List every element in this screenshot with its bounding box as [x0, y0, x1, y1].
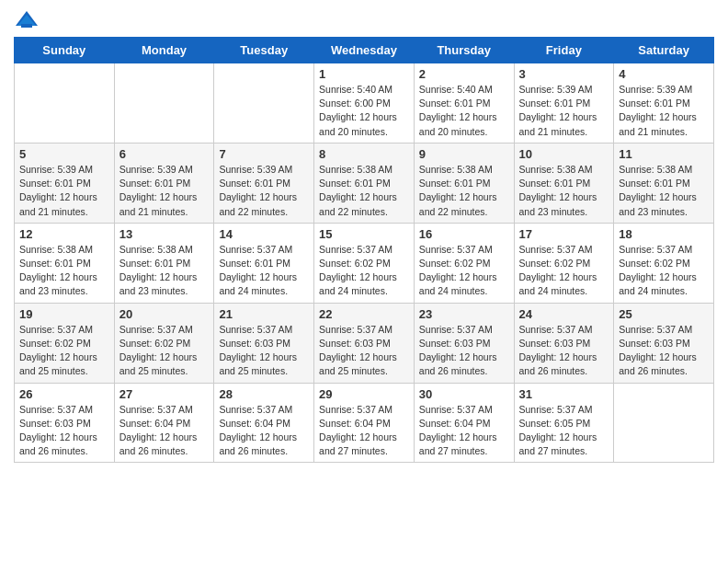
day-number: 7	[219, 147, 309, 161]
calendar-cell: 14Sunrise: 5:37 AM Sunset: 6:01 PM Dayli…	[214, 223, 314, 303]
day-info: Sunrise: 5:37 AM Sunset: 6:04 PM Dayligh…	[419, 403, 509, 459]
calendar-cell: 20Sunrise: 5:37 AM Sunset: 6:02 PM Dayli…	[114, 303, 214, 383]
day-info: Sunrise: 5:37 AM Sunset: 6:03 PM Dayligh…	[519, 323, 609, 379]
calendar-body: 1Sunrise: 5:40 AM Sunset: 6:00 PM Daylig…	[15, 63, 714, 463]
day-number: 31	[519, 387, 609, 401]
day-number: 5	[19, 147, 109, 161]
day-number: 30	[419, 387, 509, 401]
day-number: 16	[419, 227, 509, 241]
day-info: Sunrise: 5:37 AM Sunset: 6:03 PM Dayligh…	[419, 323, 509, 379]
day-number: 27	[119, 387, 210, 401]
weekday-header-friday: Friday	[514, 38, 614, 63]
day-number: 4	[619, 67, 709, 81]
day-info: Sunrise: 5:38 AM Sunset: 6:01 PM Dayligh…	[119, 243, 210, 299]
day-number: 15	[319, 227, 409, 241]
weekday-header-sunday: Sunday	[15, 38, 115, 63]
calendar-header: SundayMondayTuesdayWednesdayThursdayFrid…	[15, 38, 714, 63]
day-info: Sunrise: 5:39 AM Sunset: 6:01 PM Dayligh…	[119, 163, 210, 219]
calendar-cell: 9Sunrise: 5:38 AM Sunset: 6:01 PM Daylig…	[414, 143, 514, 223]
day-number: 1	[319, 67, 409, 81]
calendar-cell: 2Sunrise: 5:40 AM Sunset: 6:01 PM Daylig…	[414, 63, 514, 144]
weekday-header-saturday: Saturday	[614, 38, 714, 63]
day-info: Sunrise: 5:39 AM Sunset: 6:01 PM Dayligh…	[619, 83, 709, 139]
calendar-cell: 29Sunrise: 5:37 AM Sunset: 6:04 PM Dayli…	[314, 383, 415, 463]
calendar-cell: 6Sunrise: 5:39 AM Sunset: 6:01 PM Daylig…	[114, 143, 214, 223]
day-info: Sunrise: 5:37 AM Sunset: 6:02 PM Dayligh…	[19, 323, 109, 379]
day-info: Sunrise: 5:37 AM Sunset: 6:03 PM Dayligh…	[619, 323, 709, 379]
day-info: Sunrise: 5:37 AM Sunset: 6:05 PM Dayligh…	[519, 403, 609, 459]
day-number: 21	[219, 307, 309, 321]
svg-rect-2	[21, 24, 32, 28]
calendar-cell	[15, 63, 115, 144]
header	[14, 9, 714, 29]
weekday-header-monday: Monday	[114, 38, 214, 63]
calendar-cell: 17Sunrise: 5:37 AM Sunset: 6:02 PM Dayli…	[514, 223, 614, 303]
day-info: Sunrise: 5:38 AM Sunset: 6:01 PM Dayligh…	[619, 163, 709, 219]
calendar-cell: 18Sunrise: 5:37 AM Sunset: 6:02 PM Dayli…	[614, 223, 714, 303]
day-number: 10	[519, 147, 609, 161]
weekday-header-row: SundayMondayTuesdayWednesdayThursdayFrid…	[15, 38, 714, 63]
day-info: Sunrise: 5:37 AM Sunset: 6:02 PM Dayligh…	[119, 323, 210, 379]
weekday-header-tuesday: Tuesday	[214, 38, 314, 63]
calendar-cell: 23Sunrise: 5:37 AM Sunset: 6:03 PM Dayli…	[414, 303, 514, 383]
calendar-cell: 13Sunrise: 5:38 AM Sunset: 6:01 PM Dayli…	[114, 223, 214, 303]
calendar-cell	[214, 63, 314, 144]
weekday-header-wednesday: Wednesday	[314, 38, 415, 63]
day-info: Sunrise: 5:38 AM Sunset: 6:01 PM Dayligh…	[19, 243, 109, 299]
calendar-cell: 4Sunrise: 5:39 AM Sunset: 6:01 PM Daylig…	[614, 63, 714, 144]
calendar-week-row: 26Sunrise: 5:37 AM Sunset: 6:03 PM Dayli…	[15, 383, 714, 463]
day-number: 26	[19, 387, 109, 401]
calendar-cell	[614, 383, 714, 463]
day-number: 14	[219, 227, 309, 241]
calendar-table: SundayMondayTuesdayWednesdayThursdayFrid…	[14, 37, 714, 463]
day-number: 13	[119, 227, 210, 241]
calendar-cell: 12Sunrise: 5:38 AM Sunset: 6:01 PM Dayli…	[15, 223, 115, 303]
day-number: 3	[519, 67, 609, 81]
weekday-header-thursday: Thursday	[414, 38, 514, 63]
calendar-cell: 15Sunrise: 5:37 AM Sunset: 6:02 PM Dayli…	[314, 223, 415, 303]
day-info: Sunrise: 5:37 AM Sunset: 6:02 PM Dayligh…	[619, 243, 709, 299]
day-info: Sunrise: 5:37 AM Sunset: 6:04 PM Dayligh…	[319, 403, 409, 459]
day-number: 11	[619, 147, 709, 161]
day-info: Sunrise: 5:37 AM Sunset: 6:03 PM Dayligh…	[319, 323, 409, 379]
day-number: 18	[619, 227, 709, 241]
calendar-cell: 27Sunrise: 5:37 AM Sunset: 6:04 PM Dayli…	[114, 383, 214, 463]
day-info: Sunrise: 5:37 AM Sunset: 6:03 PM Dayligh…	[19, 403, 109, 459]
generalblue-logo-icon	[14, 9, 40, 29]
day-number: 8	[319, 147, 409, 161]
day-info: Sunrise: 5:39 AM Sunset: 6:01 PM Dayligh…	[519, 83, 609, 139]
day-number: 20	[119, 307, 210, 321]
logo	[14, 9, 43, 29]
day-number: 19	[19, 307, 109, 321]
day-info: Sunrise: 5:37 AM Sunset: 6:02 PM Dayligh…	[319, 243, 409, 299]
day-info: Sunrise: 5:37 AM Sunset: 6:04 PM Dayligh…	[219, 403, 309, 459]
day-info: Sunrise: 5:39 AM Sunset: 6:01 PM Dayligh…	[219, 163, 309, 219]
day-number: 23	[419, 307, 509, 321]
page: SundayMondayTuesdayWednesdayThursdayFrid…	[0, 0, 728, 477]
calendar-week-row: 19Sunrise: 5:37 AM Sunset: 6:02 PM Dayli…	[15, 303, 714, 383]
calendar-cell: 22Sunrise: 5:37 AM Sunset: 6:03 PM Dayli…	[314, 303, 415, 383]
day-number: 9	[419, 147, 509, 161]
day-number: 12	[19, 227, 109, 241]
calendar-cell: 5Sunrise: 5:39 AM Sunset: 6:01 PM Daylig…	[15, 143, 115, 223]
day-number: 24	[519, 307, 609, 321]
day-info: Sunrise: 5:37 AM Sunset: 6:01 PM Dayligh…	[219, 243, 309, 299]
calendar-cell: 11Sunrise: 5:38 AM Sunset: 6:01 PM Dayli…	[614, 143, 714, 223]
calendar-cell: 30Sunrise: 5:37 AM Sunset: 6:04 PM Dayli…	[414, 383, 514, 463]
calendar-cell: 25Sunrise: 5:37 AM Sunset: 6:03 PM Dayli…	[614, 303, 714, 383]
calendar-cell: 8Sunrise: 5:38 AM Sunset: 6:01 PM Daylig…	[314, 143, 415, 223]
day-number: 29	[319, 387, 409, 401]
calendar-week-row: 12Sunrise: 5:38 AM Sunset: 6:01 PM Dayli…	[15, 223, 714, 303]
calendar-cell: 28Sunrise: 5:37 AM Sunset: 6:04 PM Dayli…	[214, 383, 314, 463]
day-info: Sunrise: 5:40 AM Sunset: 6:01 PM Dayligh…	[419, 83, 509, 139]
day-info: Sunrise: 5:38 AM Sunset: 6:01 PM Dayligh…	[519, 163, 609, 219]
calendar-cell: 19Sunrise: 5:37 AM Sunset: 6:02 PM Dayli…	[15, 303, 115, 383]
day-info: Sunrise: 5:37 AM Sunset: 6:04 PM Dayligh…	[119, 403, 210, 459]
day-info: Sunrise: 5:37 AM Sunset: 6:02 PM Dayligh…	[519, 243, 609, 299]
day-number: 2	[419, 67, 509, 81]
day-number: 28	[219, 387, 309, 401]
day-info: Sunrise: 5:40 AM Sunset: 6:00 PM Dayligh…	[319, 83, 409, 139]
calendar-cell: 31Sunrise: 5:37 AM Sunset: 6:05 PM Dayli…	[514, 383, 614, 463]
day-number: 17	[519, 227, 609, 241]
day-number: 22	[319, 307, 409, 321]
